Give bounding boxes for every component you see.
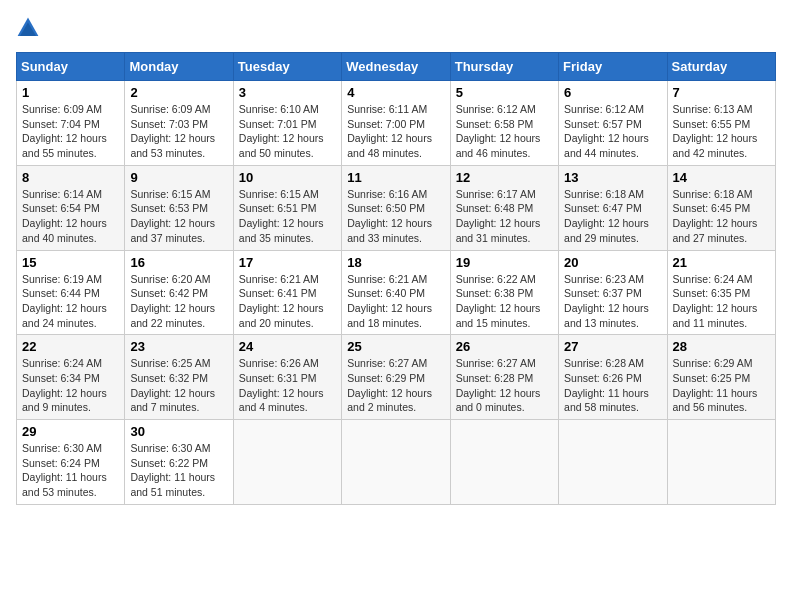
day-number: 25 <box>347 339 444 354</box>
calendar-cell: 23Sunrise: 6:25 AM Sunset: 6:32 PM Dayli… <box>125 335 233 420</box>
calendar-week-2: 8Sunrise: 6:14 AM Sunset: 6:54 PM Daylig… <box>17 165 776 250</box>
day-info: Sunrise: 6:26 AM Sunset: 6:31 PM Dayligh… <box>239 356 336 415</box>
day-info: Sunrise: 6:11 AM Sunset: 7:00 PM Dayligh… <box>347 102 444 161</box>
calendar-cell: 9Sunrise: 6:15 AM Sunset: 6:53 PM Daylig… <box>125 165 233 250</box>
day-info: Sunrise: 6:30 AM Sunset: 6:24 PM Dayligh… <box>22 441 119 500</box>
day-info: Sunrise: 6:12 AM Sunset: 6:58 PM Dayligh… <box>456 102 553 161</box>
calendar-cell: 18Sunrise: 6:21 AM Sunset: 6:40 PM Dayli… <box>342 250 450 335</box>
calendar-cell: 14Sunrise: 6:18 AM Sunset: 6:45 PM Dayli… <box>667 165 775 250</box>
calendar-cell: 30Sunrise: 6:30 AM Sunset: 6:22 PM Dayli… <box>125 420 233 505</box>
day-number: 28 <box>673 339 770 354</box>
calendar-cell: 6Sunrise: 6:12 AM Sunset: 6:57 PM Daylig… <box>559 81 667 166</box>
day-info: Sunrise: 6:28 AM Sunset: 6:26 PM Dayligh… <box>564 356 661 415</box>
day-number: 21 <box>673 255 770 270</box>
calendar-cell: 12Sunrise: 6:17 AM Sunset: 6:48 PM Dayli… <box>450 165 558 250</box>
calendar-cell: 17Sunrise: 6:21 AM Sunset: 6:41 PM Dayli… <box>233 250 341 335</box>
day-info: Sunrise: 6:20 AM Sunset: 6:42 PM Dayligh… <box>130 272 227 331</box>
day-info: Sunrise: 6:25 AM Sunset: 6:32 PM Dayligh… <box>130 356 227 415</box>
day-info: Sunrise: 6:21 AM Sunset: 6:41 PM Dayligh… <box>239 272 336 331</box>
calendar-cell: 2Sunrise: 6:09 AM Sunset: 7:03 PM Daylig… <box>125 81 233 166</box>
day-number: 18 <box>347 255 444 270</box>
day-number: 16 <box>130 255 227 270</box>
day-number: 3 <box>239 85 336 100</box>
day-number: 29 <box>22 424 119 439</box>
calendar-cell: 13Sunrise: 6:18 AM Sunset: 6:47 PM Dayli… <box>559 165 667 250</box>
day-number: 14 <box>673 170 770 185</box>
calendar-cell: 10Sunrise: 6:15 AM Sunset: 6:51 PM Dayli… <box>233 165 341 250</box>
day-number: 7 <box>673 85 770 100</box>
day-number: 19 <box>456 255 553 270</box>
weekday-header-monday: Monday <box>125 53 233 81</box>
calendar-cell: 25Sunrise: 6:27 AM Sunset: 6:29 PM Dayli… <box>342 335 450 420</box>
calendar-cell: 1Sunrise: 6:09 AM Sunset: 7:04 PM Daylig… <box>17 81 125 166</box>
calendar-cell: 5Sunrise: 6:12 AM Sunset: 6:58 PM Daylig… <box>450 81 558 166</box>
day-number: 12 <box>456 170 553 185</box>
calendar-cell <box>450 420 558 505</box>
day-info: Sunrise: 6:13 AM Sunset: 6:55 PM Dayligh… <box>673 102 770 161</box>
day-number: 20 <box>564 255 661 270</box>
day-info: Sunrise: 6:30 AM Sunset: 6:22 PM Dayligh… <box>130 441 227 500</box>
day-number: 4 <box>347 85 444 100</box>
calendar-week-1: 1Sunrise: 6:09 AM Sunset: 7:04 PM Daylig… <box>17 81 776 166</box>
calendar-cell: 8Sunrise: 6:14 AM Sunset: 6:54 PM Daylig… <box>17 165 125 250</box>
day-number: 22 <box>22 339 119 354</box>
day-number: 9 <box>130 170 227 185</box>
weekday-header-sunday: Sunday <box>17 53 125 81</box>
calendar-week-5: 29Sunrise: 6:30 AM Sunset: 6:24 PM Dayli… <box>17 420 776 505</box>
calendar-week-3: 15Sunrise: 6:19 AM Sunset: 6:44 PM Dayli… <box>17 250 776 335</box>
day-info: Sunrise: 6:19 AM Sunset: 6:44 PM Dayligh… <box>22 272 119 331</box>
day-number: 23 <box>130 339 227 354</box>
weekday-header-friday: Friday <box>559 53 667 81</box>
day-number: 1 <box>22 85 119 100</box>
calendar-week-4: 22Sunrise: 6:24 AM Sunset: 6:34 PM Dayli… <box>17 335 776 420</box>
day-info: Sunrise: 6:12 AM Sunset: 6:57 PM Dayligh… <box>564 102 661 161</box>
page-header <box>16 16 776 40</box>
calendar-cell: 29Sunrise: 6:30 AM Sunset: 6:24 PM Dayli… <box>17 420 125 505</box>
calendar-cell <box>342 420 450 505</box>
calendar-cell: 19Sunrise: 6:22 AM Sunset: 6:38 PM Dayli… <box>450 250 558 335</box>
logo-icon <box>16 16 40 40</box>
day-info: Sunrise: 6:15 AM Sunset: 6:53 PM Dayligh… <box>130 187 227 246</box>
day-info: Sunrise: 6:09 AM Sunset: 7:03 PM Dayligh… <box>130 102 227 161</box>
calendar-cell: 11Sunrise: 6:16 AM Sunset: 6:50 PM Dayli… <box>342 165 450 250</box>
calendar-cell <box>667 420 775 505</box>
logo <box>16 16 44 40</box>
day-number: 5 <box>456 85 553 100</box>
day-info: Sunrise: 6:27 AM Sunset: 6:28 PM Dayligh… <box>456 356 553 415</box>
weekday-header-wednesday: Wednesday <box>342 53 450 81</box>
day-number: 27 <box>564 339 661 354</box>
day-info: Sunrise: 6:15 AM Sunset: 6:51 PM Dayligh… <box>239 187 336 246</box>
day-number: 30 <box>130 424 227 439</box>
calendar-cell: 22Sunrise: 6:24 AM Sunset: 6:34 PM Dayli… <box>17 335 125 420</box>
weekday-header-thursday: Thursday <box>450 53 558 81</box>
calendar-cell: 27Sunrise: 6:28 AM Sunset: 6:26 PM Dayli… <box>559 335 667 420</box>
day-number: 11 <box>347 170 444 185</box>
calendar-table: SundayMondayTuesdayWednesdayThursdayFrid… <box>16 52 776 505</box>
day-number: 6 <box>564 85 661 100</box>
weekday-header-saturday: Saturday <box>667 53 775 81</box>
calendar-cell: 21Sunrise: 6:24 AM Sunset: 6:35 PM Dayli… <box>667 250 775 335</box>
day-info: Sunrise: 6:24 AM Sunset: 6:35 PM Dayligh… <box>673 272 770 331</box>
calendar-cell: 24Sunrise: 6:26 AM Sunset: 6:31 PM Dayli… <box>233 335 341 420</box>
day-info: Sunrise: 6:23 AM Sunset: 6:37 PM Dayligh… <box>564 272 661 331</box>
calendar-cell: 4Sunrise: 6:11 AM Sunset: 7:00 PM Daylig… <box>342 81 450 166</box>
calendar-cell <box>233 420 341 505</box>
calendar-cell: 16Sunrise: 6:20 AM Sunset: 6:42 PM Dayli… <box>125 250 233 335</box>
day-info: Sunrise: 6:24 AM Sunset: 6:34 PM Dayligh… <box>22 356 119 415</box>
day-number: 2 <box>130 85 227 100</box>
day-number: 8 <box>22 170 119 185</box>
day-info: Sunrise: 6:14 AM Sunset: 6:54 PM Dayligh… <box>22 187 119 246</box>
day-info: Sunrise: 6:18 AM Sunset: 6:47 PM Dayligh… <box>564 187 661 246</box>
calendar-cell: 28Sunrise: 6:29 AM Sunset: 6:25 PM Dayli… <box>667 335 775 420</box>
day-info: Sunrise: 6:09 AM Sunset: 7:04 PM Dayligh… <box>22 102 119 161</box>
day-info: Sunrise: 6:17 AM Sunset: 6:48 PM Dayligh… <box>456 187 553 246</box>
day-info: Sunrise: 6:29 AM Sunset: 6:25 PM Dayligh… <box>673 356 770 415</box>
calendar-cell: 15Sunrise: 6:19 AM Sunset: 6:44 PM Dayli… <box>17 250 125 335</box>
day-number: 13 <box>564 170 661 185</box>
day-number: 17 <box>239 255 336 270</box>
day-info: Sunrise: 6:21 AM Sunset: 6:40 PM Dayligh… <box>347 272 444 331</box>
calendar-cell: 7Sunrise: 6:13 AM Sunset: 6:55 PM Daylig… <box>667 81 775 166</box>
day-number: 24 <box>239 339 336 354</box>
day-info: Sunrise: 6:10 AM Sunset: 7:01 PM Dayligh… <box>239 102 336 161</box>
day-info: Sunrise: 6:27 AM Sunset: 6:29 PM Dayligh… <box>347 356 444 415</box>
